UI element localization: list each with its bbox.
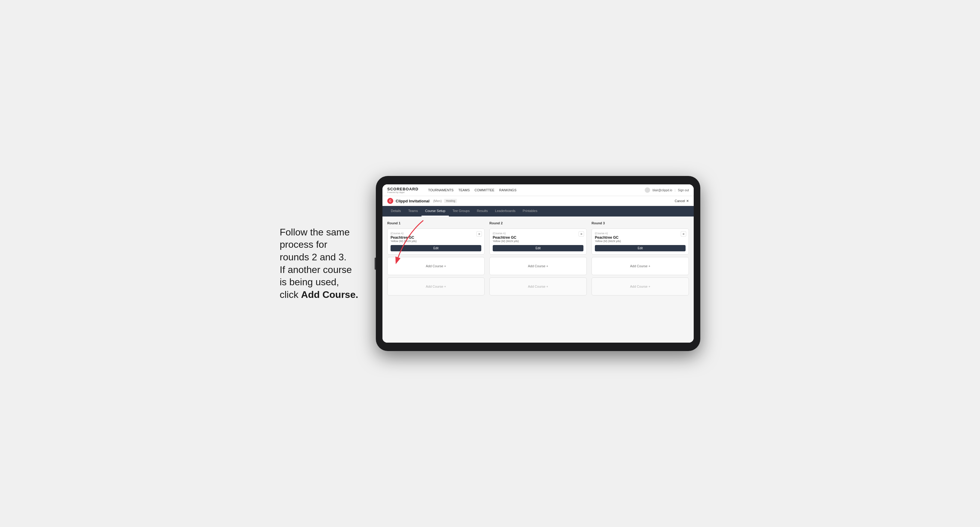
round-2-add-course-2: Add Course + bbox=[489, 278, 587, 295]
round-1-add-course-2-text: Add Course + bbox=[426, 285, 446, 288]
tab-results[interactable]: Results bbox=[473, 206, 492, 216]
rounds-grid: Round 1 ✕ (Course A) Peachtree GC Yellow… bbox=[387, 221, 689, 295]
round-3-add-course-2: Add Course + bbox=[592, 278, 689, 295]
instruction-line1: Follow the same bbox=[280, 227, 350, 238]
tab-teams[interactable]: Teams bbox=[405, 206, 422, 216]
tab-printables[interactable]: Printables bbox=[519, 206, 541, 216]
tab-bar: Details Teams Course Setup Tee Groups Re… bbox=[382, 206, 694, 216]
round-2-add-course-1-text: Add Course + bbox=[528, 264, 548, 268]
cancel-button[interactable]: Cancel ✕ bbox=[675, 199, 689, 203]
user-email: blair@clippd.io bbox=[652, 189, 672, 192]
round-3-course-tag: (Course A) bbox=[595, 232, 686, 235]
round-2-edit-button[interactable]: Edit bbox=[493, 245, 584, 251]
instruction-line6: click Add Course. bbox=[280, 289, 358, 300]
round-3-course-card: ✕ (Course A) Peachtree GC Yellow (M) (66… bbox=[592, 229, 689, 255]
round-1-add-course-1[interactable]: Add Course + bbox=[387, 257, 485, 275]
nav-teams[interactable]: TEAMS bbox=[458, 188, 470, 192]
tablet-device: SCOREBOARD Powered by clippd TOURNAMENTS… bbox=[376, 176, 700, 351]
round-1-delete-button[interactable]: ✕ bbox=[476, 231, 482, 237]
round-3-delete-button[interactable]: ✕ bbox=[681, 231, 686, 237]
round-1-edit-button[interactable]: Edit bbox=[391, 245, 481, 251]
instruction-text: Follow the same process for rounds 2 and… bbox=[280, 226, 364, 301]
tournament-name: Clippd Invitational bbox=[396, 199, 430, 203]
sign-out-link[interactable]: Sign out bbox=[678, 189, 689, 192]
clippd-icon: C bbox=[387, 198, 393, 204]
instruction-line4: If another course bbox=[280, 264, 352, 275]
logo-scoreboard: SCOREBOARD bbox=[387, 187, 418, 191]
round-3-col: Round 3 ✕ (Course A) Peachtree GC Yellow… bbox=[592, 221, 689, 295]
nav-right: blair@clippd.io | Sign out bbox=[645, 187, 689, 193]
tablet-side-button bbox=[375, 258, 376, 270]
round-2-label: Round 2 bbox=[489, 221, 587, 225]
round-2-course-tag: (Course A) bbox=[493, 232, 584, 235]
round-3-edit-button[interactable]: Edit bbox=[595, 245, 686, 251]
sub-header: C Clippd Invitational (Men) Hosting Canc… bbox=[382, 196, 694, 206]
round-2-delete-button[interactable]: ✕ bbox=[579, 231, 584, 237]
hosting-badge: Hosting bbox=[444, 199, 457, 203]
round-1-course-details: Yellow (M) (6629 yds) bbox=[391, 240, 481, 243]
logo-sub: Powered by clippd bbox=[387, 191, 418, 194]
round-1-add-course-2: Add Course + bbox=[387, 278, 485, 295]
round-2-course-name: Peachtree GC bbox=[493, 235, 584, 240]
nav-links: TOURNAMENTS TEAMS COMMITTEE RANKINGS bbox=[428, 188, 639, 192]
round-1-add-course-1-text: Add Course + bbox=[426, 264, 446, 268]
top-nav: SCOREBOARD Powered by clippd TOURNAMENTS… bbox=[382, 184, 694, 196]
user-avatar bbox=[645, 187, 650, 193]
round-1-course-name: Peachtree GC bbox=[391, 235, 481, 240]
round-1-course-card: ✕ (Course A) Peachtree GC Yellow (M) (66… bbox=[387, 229, 485, 255]
tournament-gender: (Men) bbox=[433, 199, 442, 203]
pipe-divider: | bbox=[675, 189, 676, 192]
tab-tee-groups[interactable]: Tee Groups bbox=[449, 206, 473, 216]
round-3-course-details: Yellow (M) (6629 yds) bbox=[595, 240, 686, 243]
tab-details[interactable]: Details bbox=[387, 206, 405, 216]
round-2-col: Round 2 ✕ (Course A) Peachtree GC Yellow… bbox=[489, 221, 587, 295]
round-2-add-course-2-text: Add Course + bbox=[528, 285, 548, 288]
instruction-line2: process for bbox=[280, 239, 327, 250]
main-content: Round 1 ✕ (Course A) Peachtree GC Yellow… bbox=[382, 216, 694, 343]
nav-committee[interactable]: COMMITTEE bbox=[475, 188, 495, 192]
round-3-add-course-1[interactable]: Add Course + bbox=[592, 257, 689, 275]
page-wrapper: Follow the same process for rounds 2 and… bbox=[280, 176, 700, 351]
round-3-course-name: Peachtree GC bbox=[595, 235, 686, 240]
tablet-screen: SCOREBOARD Powered by clippd TOURNAMENTS… bbox=[382, 184, 694, 343]
round-2-course-card: ✕ (Course A) Peachtree GC Yellow (M) (66… bbox=[489, 229, 587, 255]
tab-leaderboards[interactable]: Leaderboards bbox=[492, 206, 519, 216]
round-3-add-course-2-text: Add Course + bbox=[630, 285, 651, 288]
round-3-add-course-1-text: Add Course + bbox=[630, 264, 651, 268]
round-1-col: Round 1 ✕ (Course A) Peachtree GC Yellow… bbox=[387, 221, 485, 295]
tab-course-setup[interactable]: Course Setup bbox=[422, 206, 449, 216]
round-2-course-details: Yellow (M) (6629 yds) bbox=[493, 240, 584, 243]
round-3-label: Round 3 bbox=[592, 221, 689, 225]
round-2-add-course-1[interactable]: Add Course + bbox=[489, 257, 587, 275]
round-1-course-tag: (Course A) bbox=[391, 232, 481, 235]
logo-area: SCOREBOARD Powered by clippd bbox=[387, 187, 418, 194]
nav-tournaments[interactable]: TOURNAMENTS bbox=[428, 188, 453, 192]
instruction-line3: rounds 2 and 3. bbox=[280, 252, 347, 262]
sub-header-left: C Clippd Invitational (Men) Hosting bbox=[387, 198, 457, 204]
round-1-label: Round 1 bbox=[387, 221, 485, 225]
cancel-x-icon: ✕ bbox=[686, 199, 689, 203]
nav-rankings[interactable]: RANKINGS bbox=[499, 188, 516, 192]
instruction-line5: is being used, bbox=[280, 276, 339, 287]
